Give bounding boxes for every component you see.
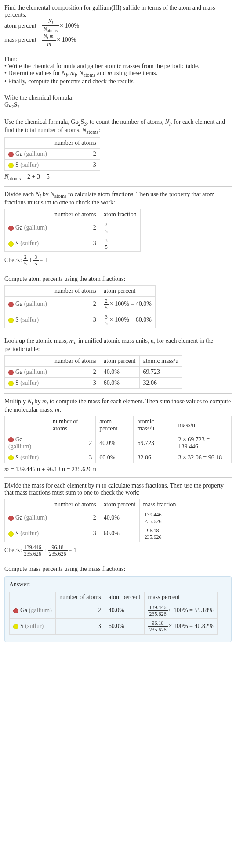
sulfur-swatch-icon [8, 531, 14, 537]
divider [4, 186, 232, 187]
sulfur-swatch-icon [8, 241, 14, 247]
table-header-row: number of atoms atom percent atomic mass… [5, 416, 232, 434]
col-header: atom percent [100, 285, 155, 296]
table-header-row: number of atoms atom fraction [5, 209, 141, 220]
atomic-mass-table: number of atoms atom percent atomic mass… [4, 355, 182, 389]
sulfur-swatch-icon [8, 381, 14, 386]
atom-fraction-table: number of atoms atom fraction Ga (galliu… [4, 209, 141, 252]
col-header: atom percent [100, 499, 139, 510]
divider [4, 393, 232, 394]
col-header: atomic mass/u [139, 355, 182, 366]
col-header: atom fraction [100, 209, 140, 220]
sulfur-swatch-icon [8, 318, 14, 323]
atom-percent-table: number of atoms atom percent Ga (gallium… [4, 285, 156, 328]
step-text: Look up the atomic mass, mi, in unified … [4, 337, 232, 353]
table-row: S (sulfur) 3 60.0% 32.06 3 × 32.06 = 96.… [5, 452, 232, 463]
col-header: number of atoms [51, 499, 100, 510]
table-row: S (sulfur) 3 60.0% 32.06 [5, 377, 182, 388]
atom-count-table: number of atoms Ga (gallium) 2 S (sulfur… [4, 137, 100, 171]
col-header: atom percent [105, 592, 144, 603]
step-title: Compute atom percents using the atom fra… [4, 276, 232, 283]
table-row: S (sulfur) 3 [5, 160, 100, 171]
gallium-swatch-icon [8, 516, 14, 521]
step-title: Compute mass percents using the mass fra… [4, 566, 232, 573]
table-row: Ga (gallium) 2 40.0% 69.723 [5, 366, 182, 377]
sulfur-swatch-icon [8, 455, 14, 460]
table-header-row: number of atoms atom percent [5, 285, 156, 296]
step-text: Use the chemical formula, Ga2S3, to coun… [4, 118, 232, 135]
col-header: number of atoms [51, 355, 100, 366]
check-equation: Check: 25 + 35 = 1 [4, 255, 232, 266]
intro-title: Find the elemental composition for galli… [4, 4, 232, 18]
col-header: mass/u [174, 416, 232, 434]
table-row: Ga (gallium) 2 25 [5, 220, 141, 236]
chemical-formula: Ga2S3 [4, 101, 232, 109]
answer-title: Answer: [9, 581, 227, 588]
table-row: S (sulfur) 3 35 [5, 236, 141, 251]
divider [4, 51, 232, 51]
fraction: Ni Natoms [42, 18, 59, 33]
fraction: Ni mi m [42, 33, 56, 47]
divider [4, 333, 232, 333]
check-equation: Check: 139.446235.626 + 96.18235.626 = 1 [4, 545, 232, 556]
plan-bullet: • Determine values for Ni, mi, Natoms an… [4, 70, 232, 78]
count-atoms-block: Use the chemical formula, Ga2S3, to coun… [4, 118, 232, 182]
sulfur-swatch-icon [8, 163, 14, 168]
table-row: Ga (gallium) 2 40.0% 69.723 2 × 69.723 =… [5, 434, 232, 452]
plan-title: Plan: [4, 56, 232, 63]
gallium-swatch-icon [8, 226, 14, 231]
col-header: number of atoms [49, 416, 96, 434]
mass-percent-eq: mass percent = Ni mi m × 100% [4, 33, 232, 47]
gallium-swatch-icon [8, 152, 14, 157]
col-header: number of atoms [51, 285, 100, 296]
plan-bullet: • Write the chemical formula and gather … [4, 63, 232, 70]
col-header: number of atoms [51, 138, 100, 149]
write-formula-block: Write the chemical formula: Ga2S3 [4, 94, 232, 109]
divider [4, 90, 232, 90]
gallium-swatch-icon [8, 437, 14, 442]
table-header-row: number of atoms atom percent atomic mass… [5, 355, 182, 366]
gallium-swatch-icon [8, 302, 14, 307]
table-row: S (sulfur) 3 60.0% 96.18235.626 × 100% =… [10, 618, 218, 634]
col-header: mass fraction [139, 499, 180, 510]
gallium-swatch-icon [8, 370, 14, 375]
atomic-mass-block: Look up the atomic mass, mi, in unified … [4, 337, 232, 389]
col-header: number of atoms [55, 592, 105, 603]
divider [4, 271, 232, 271]
table-row: Ga (gallium) 2 25 × 100% = 40.0% [5, 296, 156, 312]
table-row: S (sulfur) 3 35 × 100% = 60.0% [5, 312, 156, 328]
atom-percent-block: Compute atom percents using the atom fra… [4, 276, 232, 328]
answer-table: number of atoms atom percent mass percen… [9, 592, 218, 635]
gallium-swatch-icon [13, 608, 18, 613]
mass-table: number of atoms atom percent atomic mass… [4, 416, 232, 463]
table-header-row: number of atoms [5, 138, 100, 149]
mass-fraction-table: number of atoms atom percent mass fracti… [4, 499, 180, 542]
col-header: mass percent [144, 592, 217, 603]
multiply-mass-block: Multiply Ni by mi to compute the mass fo… [4, 398, 232, 473]
table-header-row: number of atoms atom percent mass fracti… [5, 499, 180, 510]
step-text: Multiply Ni by mi to compute the mass fo… [4, 398, 232, 413]
mass-pct-title-block: Compute mass percents using the mass fra… [4, 566, 232, 573]
plan-bullet: • Finally, compute the percents and chec… [4, 78, 232, 85]
step-title: Write the chemical formula: [4, 94, 232, 101]
answer-box: Answer: number of atoms atom percent mas… [4, 576, 232, 642]
mass-fraction-block: Divide the mass for each element by m to… [4, 482, 232, 556]
table-row: S (sulfur) 3 60.0% 96.18235.626 [5, 526, 180, 542]
col-header: atom percent [100, 355, 139, 366]
atom-percent-eq: atom percent = Ni Natoms × 100% [4, 18, 232, 33]
divider [4, 477, 232, 478]
step-text: Divide the mass for each element by m to… [4, 482, 232, 496]
col-header: number of atoms [51, 209, 100, 220]
table-row: Ga (gallium) 2 [5, 149, 100, 160]
plan-block: Plan: • Write the chemical formula and g… [4, 56, 232, 85]
col-header: atomic mass/u [134, 416, 174, 434]
table-row: Ga (gallium) 2 40.0% 139.446235.626 × 10… [10, 603, 218, 618]
divider [4, 114, 232, 114]
divider [4, 561, 232, 561]
step-text: Divide each Ni by Natoms to calculate at… [4, 191, 232, 206]
sum-equation: m = 139.446 u + 96.18 u = 235.626 u [4, 466, 232, 473]
col-header: atom percent [96, 416, 134, 434]
sum-equation: Natoms = 2 + 3 = 5 [4, 173, 232, 182]
intro-block: Find the elemental composition for galli… [4, 4, 232, 47]
table-row: Ga (gallium) 2 40.0% 139.446235.626 [5, 510, 180, 526]
